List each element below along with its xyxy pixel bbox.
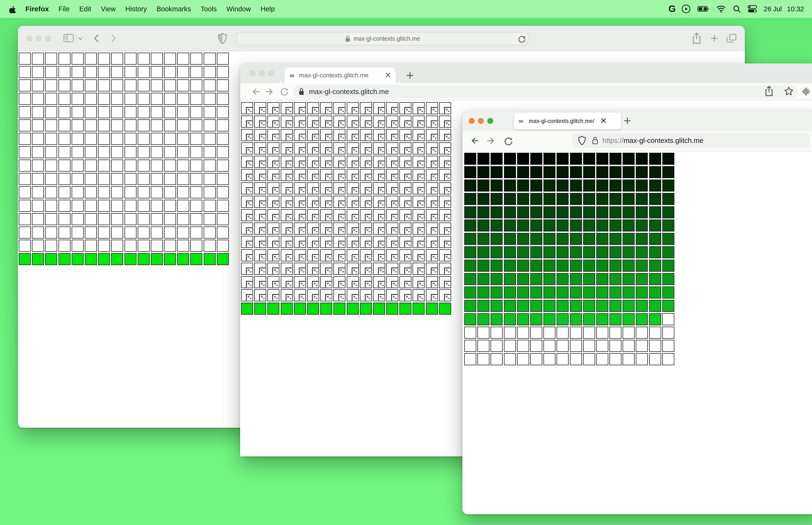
canvas-cell [636, 273, 648, 285]
chrome-url-bar[interactable]: max-gl-contexts.glitch.me [293, 85, 798, 98]
play-circle-icon[interactable] [681, 4, 691, 14]
reload-icon[interactable] [518, 35, 526, 44]
canvas-cell [204, 119, 216, 131]
minimize-button[interactable] [259, 70, 265, 76]
broken-canvas-icon [400, 276, 411, 287]
tabs-icon[interactable] [726, 33, 737, 44]
firefox-active-tab[interactable]: ∞ max-gl-contexts.glitch.me/ [514, 112, 621, 129]
forward-icon[interactable] [265, 85, 275, 100]
menu-file[interactable]: File [59, 5, 70, 13]
sidebar-icon[interactable] [63, 34, 74, 44]
menu-window[interactable]: Window [227, 5, 251, 13]
share-icon[interactable] [691, 32, 702, 46]
menu-tools[interactable]: Tools [201, 5, 217, 13]
canvas-cell [426, 276, 438, 288]
canvas-cell [151, 79, 163, 91]
canvas-cell [662, 313, 674, 325]
canvas-cell [399, 182, 411, 194]
broken-canvas-icon [387, 183, 398, 194]
canvas-cell [19, 79, 31, 91]
canvas-cell [124, 173, 137, 185]
canvas-cell [333, 116, 346, 127]
canvas-cell [333, 169, 346, 181]
canvas-cell [517, 153, 529, 165]
canvas-cell [570, 233, 582, 245]
canvas-cell [610, 340, 622, 352]
broken-canvas-icon [294, 143, 305, 154]
forward-icon[interactable] [110, 33, 117, 44]
back-icon[interactable] [469, 134, 479, 149]
control-center-icon[interactable] [748, 5, 757, 13]
menu-edit[interactable]: Edit [79, 5, 91, 13]
canvas-cell [347, 182, 359, 194]
zoom-button[interactable] [45, 35, 51, 41]
menu-bookmarks[interactable]: Bookmarks [156, 5, 191, 13]
close-button[interactable] [249, 70, 256, 76]
reload-icon[interactable] [504, 137, 513, 147]
broken-canvas-icon [321, 183, 332, 194]
canvas-cell [164, 200, 176, 212]
broken-canvas-icon [268, 223, 279, 234]
shield-icon[interactable] [218, 33, 227, 45]
reload-icon[interactable] [280, 87, 289, 97]
forward-icon[interactable] [486, 134, 497, 149]
broken-canvas-icon [255, 116, 265, 127]
canvas-cell [177, 146, 189, 158]
battery-charging-icon[interactable] [698, 5, 709, 13]
bookmark-star-icon[interactable] [784, 86, 794, 97]
broken-canvas-icon [308, 263, 318, 274]
canvas-cell [164, 79, 176, 91]
back-icon[interactable] [250, 85, 260, 100]
plus-icon[interactable] [709, 34, 719, 44]
menu-view[interactable]: View [101, 5, 116, 13]
safari-url-bar[interactable]: max-gl-contexts.glitch.me [236, 32, 528, 45]
canvas-cell [413, 249, 425, 261]
canvas-cell [320, 116, 332, 127]
canvas-cell [556, 300, 569, 312]
canvas-cell [426, 249, 438, 261]
canvas-cell [530, 233, 542, 245]
zoom-button[interactable] [268, 70, 274, 76]
chrome-active-tab[interactable]: ∞ max-gl-contexts.glitch.me [285, 68, 396, 83]
apple-logo-icon[interactable] [9, 5, 16, 13]
zoom-button[interactable] [487, 118, 493, 124]
close-button[interactable] [27, 35, 32, 41]
canvas-cell [124, 133, 137, 145]
broken-canvas-icon [400, 223, 411, 234]
canvas-cell [32, 133, 44, 145]
canvas-cell [177, 93, 189, 105]
tab-close-icon[interactable] [600, 117, 607, 125]
minimize-button[interactable] [478, 118, 484, 124]
extensions-puzzle-icon[interactable] [801, 87, 812, 98]
broken-canvas-icon [373, 156, 384, 167]
menubar-app-name[interactable]: Firefox [25, 5, 49, 13]
wifi-icon[interactable] [716, 5, 726, 13]
menu-help[interactable]: Help [261, 5, 275, 13]
canvas-cell [517, 353, 529, 365]
firefox-url-bar[interactable]: https://max-gl-contexts.glitch.me [572, 133, 810, 148]
canvas-cell [190, 200, 202, 212]
back-icon[interactable] [93, 33, 100, 44]
minimize-button[interactable] [36, 35, 42, 41]
canvas-cell [111, 227, 123, 239]
broken-canvas-icon [268, 169, 279, 180]
tab-close-icon[interactable] [384, 72, 392, 79]
menubar-date[interactable]: 26 Jul [764, 5, 782, 13]
firefox-url-text: max-gl-contexts.glitch.me [624, 137, 703, 145]
chevron-down-icon[interactable] [77, 35, 83, 43]
canvas-cell [45, 133, 57, 145]
canvas-cell [347, 289, 359, 301]
new-tab-button[interactable] [620, 114, 634, 128]
menubar-clock[interactable]: 10:32 [787, 5, 804, 13]
canvas-cell [464, 340, 476, 352]
new-tab-button[interactable] [402, 68, 418, 83]
canvas-cell [464, 246, 476, 258]
close-button[interactable] [469, 118, 475, 124]
share-icon[interactable] [764, 86, 774, 98]
canvas-cell [347, 223, 359, 235]
canvas-cell [504, 206, 516, 218]
menu-history[interactable]: History [125, 5, 147, 13]
canvas-cell [59, 240, 71, 252]
search-icon[interactable] [733, 5, 741, 13]
google-g-icon[interactable]: G [669, 3, 676, 14]
